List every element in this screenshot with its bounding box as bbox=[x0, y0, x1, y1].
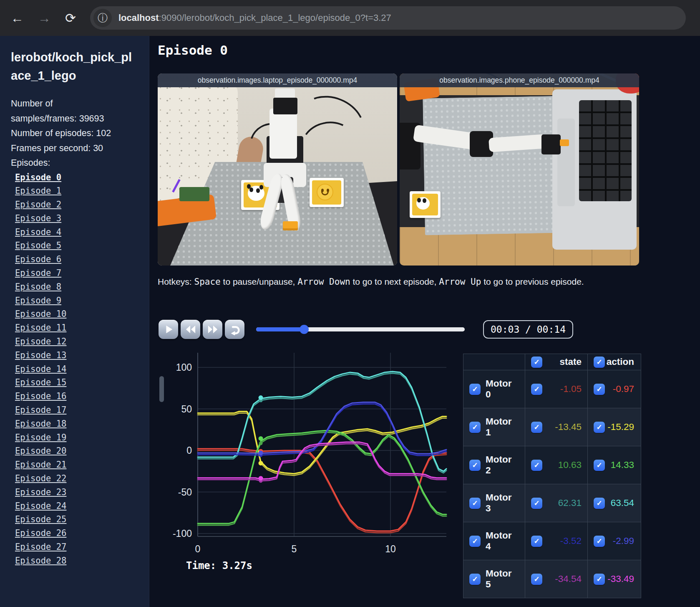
checkbox[interactable]: ✓ bbox=[469, 536, 481, 547]
checkbox[interactable]: ✓ bbox=[531, 384, 542, 395]
table-row: ✓Motor 1✓-13.45✓-15.29 bbox=[463, 408, 641, 446]
episode-link[interactable]: Episode 1 bbox=[15, 184, 143, 198]
episode-link[interactable]: Episode 2 bbox=[15, 198, 143, 212]
orange-lego-brick bbox=[560, 139, 569, 146]
state-value: 62.31 bbox=[542, 498, 582, 508]
episode-link[interactable]: Episode 16 bbox=[15, 389, 143, 403]
dataset-stat-line: samples/frames: 39693 bbox=[11, 111, 143, 126]
episode-link[interactable]: Episode 3 bbox=[15, 212, 143, 225]
episode-link[interactable]: Episode 22 bbox=[15, 472, 143, 486]
video-laptop[interactable]: observation.images.laptop_episode_000000… bbox=[158, 73, 397, 266]
hotkeys-segment: to go to next episode, bbox=[350, 277, 439, 286]
state-value-cell: ✓62.31 bbox=[525, 484, 587, 522]
dataset-stat-line: Number of bbox=[11, 96, 143, 111]
episode-link[interactable]: Episode 28 bbox=[15, 554, 143, 568]
action-value-cell: ✓-15.29 bbox=[587, 408, 640, 446]
circuit-board bbox=[179, 187, 209, 201]
checkbox[interactable]: ✓ bbox=[469, 574, 481, 585]
episode-link[interactable]: Episode 21 bbox=[15, 458, 143, 472]
episode-link[interactable]: Episode 19 bbox=[15, 431, 143, 445]
checkbox[interactable]: ✓ bbox=[594, 384, 605, 395]
episode-link[interactable]: Episode 23 bbox=[15, 486, 143, 499]
main-content: Episode 0 observation.images.laptop_epis… bbox=[149, 36, 700, 607]
checkbox[interactable]: ✓ bbox=[531, 536, 542, 547]
video-phone[interactable]: observation.images.phone_episode_000000.… bbox=[400, 73, 639, 266]
panda-card bbox=[410, 191, 441, 218]
smiley-card bbox=[310, 178, 344, 207]
episode-link[interactable]: Episode 5 bbox=[15, 239, 143, 253]
seek-slider[interactable] bbox=[256, 325, 465, 334]
fast-forward-icon bbox=[207, 324, 218, 335]
checkbox[interactable]: ✓ bbox=[469, 498, 481, 509]
chart-time-label: Time: 3.27s bbox=[186, 560, 252, 572]
checkbox[interactable]: ✓ bbox=[469, 460, 481, 471]
episode-link[interactable]: Episode 15 bbox=[15, 376, 143, 389]
episode-link[interactable]: Episode 7 bbox=[15, 266, 143, 280]
forward-icon[interactable]: → bbox=[38, 12, 51, 25]
x-tick-label: 0 bbox=[195, 544, 201, 554]
column-label: action bbox=[605, 357, 634, 367]
state-value: -34.54 bbox=[542, 574, 582, 584]
site-info-icon[interactable]: ⓘ bbox=[93, 9, 112, 27]
episode-link[interactable]: Episode 24 bbox=[15, 499, 143, 513]
hotkey-key: Arrow Down bbox=[297, 277, 350, 287]
checkbox[interactable]: ✓ bbox=[531, 498, 542, 509]
action-marker bbox=[259, 436, 263, 441]
reload-icon[interactable]: ⟳ bbox=[65, 12, 76, 25]
episode-link[interactable]: Episode 8 bbox=[15, 280, 143, 294]
episode-link[interactable]: Episode 0 bbox=[15, 171, 143, 185]
action-marker bbox=[259, 461, 263, 465]
episode-link[interactable]: Episode 27 bbox=[15, 540, 143, 554]
episode-link[interactable]: Episode 20 bbox=[15, 444, 143, 458]
table-header-cell: ✓state bbox=[525, 354, 587, 370]
motor-table: ✓state✓action✓Motor 0✓-1.05✓-0.97✓Motor … bbox=[463, 354, 641, 598]
episode-link[interactable]: Episode 25 bbox=[15, 513, 143, 526]
video-laptop-frame bbox=[158, 73, 397, 266]
episode-link[interactable]: Episode 6 bbox=[15, 253, 143, 266]
hotkey-key: Arrow Up bbox=[439, 277, 481, 287]
slider-fill bbox=[256, 327, 304, 331]
state-value: -1.05 bbox=[542, 384, 582, 395]
checkbox[interactable]: ✓ bbox=[531, 574, 542, 585]
checkbox[interactable]: ✓ bbox=[531, 357, 542, 368]
state-value: -13.45 bbox=[542, 422, 582, 432]
motor-label: Motor 3 bbox=[486, 492, 519, 514]
checkbox[interactable]: ✓ bbox=[469, 384, 481, 395]
episode-link[interactable]: Episode 18 bbox=[15, 417, 143, 431]
orange-lego-brick bbox=[283, 221, 298, 230]
motor-label: Motor 5 bbox=[486, 568, 519, 590]
episode-link[interactable]: Episode 4 bbox=[15, 225, 143, 239]
checkbox[interactable]: ✓ bbox=[531, 460, 542, 471]
episode-link[interactable]: Episode 10 bbox=[15, 307, 143, 321]
video-phone-frame bbox=[400, 73, 639, 266]
action-marker bbox=[259, 450, 263, 455]
robot-mast bbox=[269, 109, 297, 159]
episode-link[interactable]: Episode 12 bbox=[15, 335, 143, 349]
checkbox[interactable]: ✓ bbox=[594, 460, 605, 471]
checkbox[interactable]: ✓ bbox=[594, 574, 605, 585]
checkbox[interactable]: ✓ bbox=[594, 498, 605, 509]
checkbox[interactable]: ✓ bbox=[594, 536, 605, 547]
table-row: ✓Motor 2✓10.63✓14.33 bbox=[463, 446, 641, 484]
checkbox[interactable]: ✓ bbox=[531, 422, 542, 433]
episode-link[interactable]: Episode 14 bbox=[15, 362, 143, 376]
state-marker bbox=[259, 441, 263, 445]
checkbox[interactable]: ✓ bbox=[469, 422, 481, 433]
slider-thumb[interactable] bbox=[300, 325, 309, 334]
laptop-trackpad bbox=[557, 119, 575, 206]
page-title: Episode 0 bbox=[158, 43, 228, 58]
episode-link[interactable]: Episode 26 bbox=[15, 526, 143, 540]
checkbox[interactable]: ✓ bbox=[594, 422, 605, 433]
table-row: ✓Motor 3✓62.31✓63.54 bbox=[463, 484, 641, 522]
checkbox[interactable]: ✓ bbox=[594, 357, 605, 368]
episode-link[interactable]: Episode 17 bbox=[15, 403, 143, 417]
action-value-cell: ✓-33.49 bbox=[587, 560, 640, 598]
address-bar[interactable]: ⓘ localhost:9090/lerobot/koch_pick_place… bbox=[90, 6, 686, 30]
episode-link[interactable]: Episode 9 bbox=[15, 294, 143, 308]
episode-link[interactable]: Episode 11 bbox=[15, 321, 143, 335]
video-phone-label: observation.images.phone_episode_000000.… bbox=[400, 73, 639, 87]
episode-link[interactable]: Episode 13 bbox=[15, 349, 143, 362]
back-icon[interactable]: ← bbox=[11, 12, 24, 25]
action-value: 14.33 bbox=[605, 460, 634, 470]
y-tick-label: 100 bbox=[176, 362, 192, 373]
